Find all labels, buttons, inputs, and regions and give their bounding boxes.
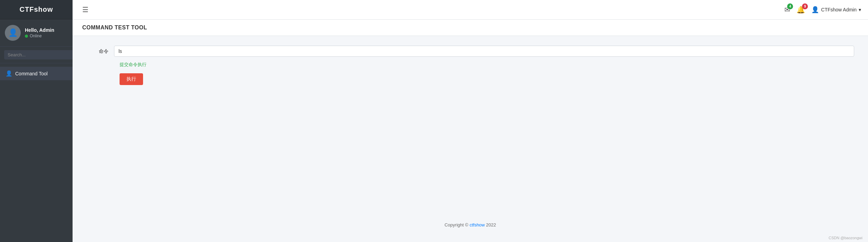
content-wrapper: COMMAND TEST TOOL 命令 提交命令执行 执行 (73, 20, 868, 216)
command-form-row: 命令 (86, 46, 854, 57)
execute-button[interactable]: 执行 (120, 73, 143, 85)
footer: Copyright © ctfshow 2022 CSDN @baozongwi (73, 216, 868, 242)
sidebar-search: 🔍 (0, 47, 73, 63)
person-icon: 👤 (811, 6, 819, 13)
bell-badge: 9 (802, 3, 808, 9)
content-body: 命令 提交命令执行 执行 (73, 36, 868, 140)
avatar: 👤 (5, 25, 21, 41)
page-title: COMMAND TEST TOOL (82, 25, 858, 31)
mail-icon-wrap[interactable]: ✉ 4 (784, 6, 790, 14)
user-dropdown-label: CTFshow Admin (821, 7, 857, 12)
command-input[interactable] (114, 46, 854, 57)
command-tool-icon: 👤 (6, 70, 12, 77)
form-hint: 提交命令执行 (120, 62, 854, 68)
sidebar-brand: CTFshow (0, 0, 73, 19)
footer-link[interactable]: ctfshow (470, 222, 485, 227)
sidebar-item-command-tool[interactable]: 👤 Command Tool (0, 67, 73, 80)
mail-badge: 4 (787, 3, 793, 9)
command-label: 命令 (86, 46, 114, 55)
sidebar-item-label: Command Tool (15, 71, 48, 76)
status-dot (25, 35, 28, 38)
sidebar: CTFshow 👤 Hello, Admin Online 🔍 👤 Comman… (0, 0, 73, 242)
content-header: COMMAND TEST TOOL (73, 20, 868, 36)
footer-credit: CSDN @baozongwi (73, 234, 868, 242)
hamburger-button[interactable]: ☰ (79, 4, 91, 15)
user-dropdown[interactable]: 👤 CTFshow Admin ▾ (811, 6, 861, 13)
search-input[interactable] (4, 50, 69, 59)
top-bar: ☰ ✉ 4 🔔 9 👤 CTFshow Admin ▾ (73, 0, 868, 20)
sidebar-nav: 👤 Command Tool (0, 63, 73, 84)
sidebar-user: 👤 Hello, Admin Online (0, 19, 73, 47)
dropdown-arrow-icon: ▾ (859, 7, 861, 12)
footer-text-after: 2022 (485, 222, 496, 227)
sidebar-user-status: Online (25, 34, 54, 38)
footer-text-before: Copyright © (444, 222, 469, 227)
bell-icon-wrap[interactable]: 🔔 9 (796, 6, 805, 14)
sidebar-user-name: Hello, Admin (25, 27, 54, 33)
